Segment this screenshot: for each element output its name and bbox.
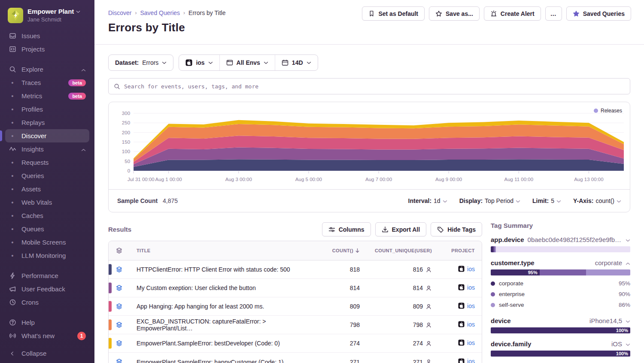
svg-text:Aug 5 00:00: Aug 5 00:00 xyxy=(295,177,322,182)
hide-tags-button[interactable]: Hide Tags xyxy=(431,222,482,236)
sidebar-item-issues[interactable]: Issues xyxy=(5,29,89,42)
control-value: Top Period xyxy=(485,197,513,204)
row-stack-cell[interactable] xyxy=(109,297,130,316)
project-link[interactable]: ios xyxy=(458,339,475,346)
column-header-project[interactable]: Project xyxy=(439,241,482,260)
tag-header-app.device[interactable]: app.device0baebc0de4982f1255f2e9e9fb7… xyxy=(491,236,630,243)
export-all-button[interactable]: Export All xyxy=(375,222,427,236)
project-filter[interactable]: ios xyxy=(179,55,219,70)
sidebar-item-label: What's new xyxy=(21,332,72,339)
sidebar-item-mobile-screens[interactable]: •Mobile Screens xyxy=(5,236,89,249)
table-row: My Custom exeption: User clicked the but… xyxy=(109,279,482,297)
column-header-count[interactable]: Count() xyxy=(319,241,367,260)
create-alert-button[interactable]: Create Alert xyxy=(484,6,541,21)
performance-icon xyxy=(9,272,16,279)
sidebar-item-crons[interactable]: Crons xyxy=(5,296,89,309)
collapse-button[interactable]: Collapse xyxy=(5,347,89,357)
project-link[interactable]: ios xyxy=(458,321,475,328)
sidebar-item-what-s-new[interactable]: What's new1 xyxy=(5,329,89,342)
sidebar-item-traces[interactable]: •Tracesbeta xyxy=(5,76,89,89)
sidebar-item-discover[interactable]: •Discover xyxy=(5,129,89,142)
sidebar-item-requests[interactable]: •Requests xyxy=(5,156,89,169)
bullet-icon: • xyxy=(9,174,16,178)
sidebar-item-help[interactable]: Help xyxy=(5,316,89,329)
bookmark-icon xyxy=(368,10,375,17)
column-header-count-unique[interactable]: Count_unique(user) xyxy=(367,241,439,260)
sidebar-item-queries[interactable]: •Queries xyxy=(5,169,89,182)
sidebar-item-user-feedback[interactable]: User Feedback xyxy=(5,282,89,296)
dataset-selector[interactable]: Dataset: Errors xyxy=(108,54,173,71)
value-name: corporate xyxy=(499,280,523,287)
sidebar-section-explore[interactable]: Explore xyxy=(5,63,89,76)
sidebar-item-performance[interactable]: Performance xyxy=(5,269,89,282)
legend-label: Releases xyxy=(601,108,622,114)
row-stack-cell[interactable] xyxy=(109,260,130,279)
legend-releases[interactable]: Releases xyxy=(594,108,622,114)
chevron-down-icon xyxy=(208,61,213,64)
row-stack-cell[interactable] xyxy=(109,334,130,353)
row-stack-cell[interactable] xyxy=(109,279,130,297)
table-row: EmpowerPlant.SampleError: bestDeveloper … xyxy=(109,334,482,353)
row-stack-cell[interactable] xyxy=(109,353,130,363)
org-switcher[interactable]: Empower Plant Jane Schmidt xyxy=(5,7,89,29)
svg-text:Aug 11 00:00: Aug 11 00:00 xyxy=(504,177,533,182)
sidebar-item-queues[interactable]: •Queues xyxy=(5,222,89,236)
sidebar-section-insights[interactable]: Insights xyxy=(5,142,89,156)
bullet-icon: • xyxy=(9,134,16,138)
row-project: ios xyxy=(439,279,482,297)
project-filter-value: ios xyxy=(196,59,204,66)
set-as-default-button[interactable]: Set as Default xyxy=(362,6,425,21)
row-stack-cell[interactable] xyxy=(109,316,130,334)
column-header-title[interactable]: Title xyxy=(130,241,319,260)
environment-filter[interactable]: All Envs xyxy=(219,55,275,70)
more-options-button[interactable]: … xyxy=(545,6,562,21)
svg-text:300: 300 xyxy=(122,111,130,116)
bullet-icon: • xyxy=(9,227,16,231)
tag-distribution-bar: 100% xyxy=(491,327,630,333)
date-range-filter[interactable]: 14D xyxy=(275,55,318,70)
tag-header-customer.type[interactable]: customer.typecorporate xyxy=(491,259,630,266)
chart-control-yaxis[interactable]: Y-Axis:count() xyxy=(573,197,621,204)
sidebar-item-metrics[interactable]: •Metricsbeta xyxy=(5,89,89,103)
sidebar-item-replays[interactable]: •Replays xyxy=(5,116,89,129)
project-link[interactable]: ios xyxy=(458,358,475,363)
breadcrumb-saved-queries[interactable]: Saved Queries xyxy=(140,9,180,16)
columns-button[interactable]: Columns xyxy=(322,222,371,236)
svg-text:Aug 3 00:00: Aug 3 00:00 xyxy=(225,177,252,182)
tag-header-device.family[interactable]: device.familyiOS xyxy=(491,340,630,348)
sidebar-item-llm-monitoring[interactable]: •LLM Monitoring xyxy=(5,249,89,262)
table-row: App Hanging: App hanging for at least 20… xyxy=(109,297,482,316)
project-link[interactable]: ios xyxy=(458,302,475,309)
tag-key: app.device xyxy=(491,236,524,243)
sidebar-item-profiles[interactable]: •Profiles xyxy=(5,103,89,116)
chart-control-interval[interactable]: Interval:1d xyxy=(408,197,447,204)
row-count-unique: 274 xyxy=(367,334,439,353)
sidebar-item-web-vitals[interactable]: •Web Vitals xyxy=(5,196,89,209)
tag-header-device[interactable]: deviceiPhone14,5 xyxy=(491,317,630,324)
apple-ios-icon xyxy=(185,59,192,66)
sample-count-label: Sample Count xyxy=(117,197,158,204)
sample-count-value: 4,875 xyxy=(163,197,178,204)
search-input[interactable] xyxy=(124,83,625,90)
bullet-icon: • xyxy=(9,187,16,191)
sidebar-item-label: Replays xyxy=(21,119,86,126)
page-header: Discover › Saved Queries › Errors by Tit… xyxy=(94,0,644,45)
project-link[interactable]: ios xyxy=(458,284,475,291)
dataset-label: Dataset: xyxy=(115,59,139,66)
sidebar-item-label: Queries xyxy=(21,172,86,179)
breadcrumb-discover[interactable]: Discover xyxy=(108,9,131,16)
sidebar-item-caches[interactable]: •Caches xyxy=(5,209,89,222)
bullet-icon: • xyxy=(9,214,16,218)
project-link[interactable]: ios xyxy=(458,266,475,272)
saved-queries-button[interactable]: Saved Queries xyxy=(566,6,631,21)
stack-column-header[interactable] xyxy=(109,241,130,260)
breadcrumb-separator: › xyxy=(183,10,185,16)
sidebar-item-projects[interactable]: Projects xyxy=(5,42,89,56)
help-icon xyxy=(9,319,16,326)
chart-control-limit[interactable]: Limit:5 xyxy=(532,197,561,204)
row-count-unique: 816 xyxy=(367,260,439,279)
series-color-chip xyxy=(108,320,112,330)
chart-control-display[interactable]: Display:Top Period xyxy=(459,197,520,204)
sidebar-item-assets[interactable]: •Assets xyxy=(5,182,89,196)
save-as-button[interactable]: Save as... xyxy=(429,6,480,21)
